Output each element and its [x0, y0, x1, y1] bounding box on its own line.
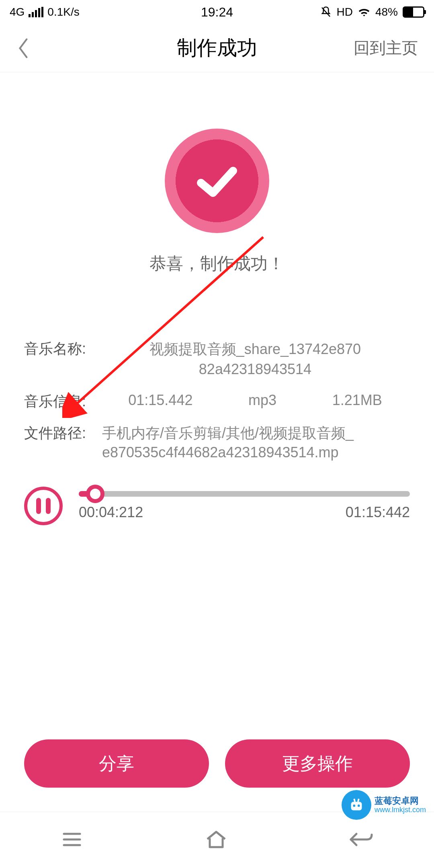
system-nav-bar — [0, 812, 434, 868]
status-left: 4G 0.1K/s — [10, 6, 80, 18]
watermark-logo-icon — [342, 790, 371, 820]
share-button[interactable]: 分享 — [24, 739, 209, 788]
nav-recent-button[interactable] — [60, 831, 84, 850]
network-type-label: 4G — [10, 6, 25, 18]
audio-player: 00:04:212 01:15:442 — [0, 487, 434, 525]
more-button[interactable]: 更多操作 — [225, 739, 410, 788]
watermark-site-name: 蓝莓安卓网 — [375, 796, 426, 806]
pause-icon — [36, 498, 51, 514]
file-info-section: 音乐名称: 视频提取音频_share_13742e870 82a42318943… — [0, 339, 434, 463]
success-message: 恭喜，制作成功！ — [149, 252, 285, 275]
pause-button[interactable] — [24, 487, 63, 525]
battery-icon — [403, 6, 424, 18]
data-rate-label: 0.1K/s — [47, 6, 79, 18]
format-value: mp3 — [248, 392, 276, 409]
status-time: 19:24 — [201, 5, 233, 20]
action-bar: 分享 更多操作 — [0, 739, 434, 788]
info-row-name: 音乐名称: 视频提取音频_share_13742e870 82a42318943… — [24, 339, 410, 380]
music-info-values: 01:15.442 mp3 1.21MB — [100, 392, 410, 409]
music-info-label: 音乐信息: — [24, 392, 100, 411]
signal-icon — [29, 7, 43, 17]
svg-rect-4 — [351, 802, 362, 810]
wifi-icon — [358, 6, 371, 18]
nav-home-button[interactable] — [204, 829, 228, 851]
progress-thumb[interactable] — [86, 485, 104, 503]
info-row-meta: 音乐信息: 01:15.442 mp3 1.21MB — [24, 392, 410, 411]
hd-label: HD — [337, 6, 353, 18]
progress-times: 00:04:212 01:15:442 — [79, 504, 410, 521]
app-header: 制作成功 回到主页 — [0, 24, 434, 72]
page-title: 制作成功 — [177, 35, 257, 61]
svg-point-6 — [358, 805, 360, 807]
back-button[interactable] — [16, 38, 36, 58]
file-path-value: 手机内存/音乐剪辑/其他/视频提取音频_ e870535c4f44682a423… — [100, 424, 410, 463]
total-time: 01:15:442 — [346, 504, 410, 521]
nav-back-button[interactable] — [348, 831, 374, 850]
success-section: 恭喜，制作成功！ — [0, 72, 434, 275]
duration-value: 01:15.442 — [128, 392, 192, 409]
watermark: 蓝莓安卓网 www.lmkjst.com — [342, 790, 426, 820]
progress-section: 00:04:212 01:15:442 — [79, 491, 410, 521]
music-name-value: 视频提取音频_share_13742e870 82a42318943514 — [100, 339, 410, 380]
success-check-icon — [165, 129, 269, 233]
current-time: 00:04:212 — [79, 504, 143, 521]
file-path-label: 文件路径: — [24, 424, 100, 443]
battery-percent: 48% — [375, 6, 398, 18]
info-row-path: 文件路径: 手机内存/音乐剪辑/其他/视频提取音频_ e870535c4f446… — [24, 424, 410, 463]
music-name-label: 音乐名称: — [24, 339, 100, 359]
svg-line-7 — [354, 799, 355, 802]
watermark-text: 蓝莓安卓网 www.lmkjst.com — [375, 796, 426, 814]
progress-slider[interactable] — [79, 491, 410, 497]
status-bar: 4G 0.1K/s 19:24 HD 48% — [0, 0, 434, 24]
status-right: HD 48% — [320, 6, 425, 18]
svg-point-5 — [353, 805, 355, 807]
home-link[interactable]: 回到主页 — [354, 37, 418, 59]
mute-icon — [320, 6, 332, 18]
watermark-site-url: www.lmkjst.com — [375, 806, 426, 814]
svg-line-8 — [358, 799, 359, 802]
filesize-value: 1.21MB — [332, 392, 382, 409]
